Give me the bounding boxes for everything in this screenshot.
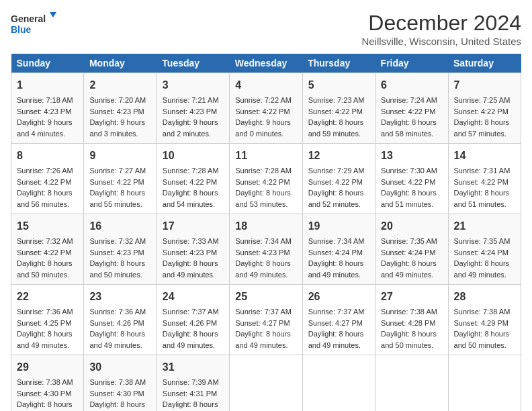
sunrise: Sunrise: 7:34 AM [235, 237, 292, 245]
day-number: 23 [89, 289, 150, 305]
header-tuesday: Tuesday [157, 54, 229, 73]
logo-svg: General Blue [11, 11, 58, 38]
svg-text:Blue: Blue [11, 24, 32, 35]
sunrise: Sunrise: 7:37 AM [235, 308, 292, 316]
table-row: 19 Sunrise: 7:34 AM Sunset: 4:24 PM Dayl… [302, 214, 375, 285]
sunrise: Sunrise: 7:39 AM [163, 378, 219, 386]
sunrise: Sunrise: 7:32 AM [89, 237, 146, 245]
daylight: Daylight: 8 hours and 49 minutes. [163, 330, 218, 349]
day-number: 9 [89, 148, 150, 164]
sunrise: Sunrise: 7:26 AM [17, 167, 73, 175]
table-row: 23 Sunrise: 7:36 AM Sunset: 4:26 PM Dayl… [84, 285, 157, 355]
sunset: Sunset: 4:22 PM [163, 178, 217, 186]
daylight: Daylight: 8 hours and 49 minutes. [163, 259, 218, 279]
daylight: Daylight: 8 hours and 56 minutes. [17, 189, 73, 208]
table-row: 6 Sunrise: 7:24 AM Sunset: 4:22 PM Dayli… [375, 73, 448, 144]
sunrise: Sunrise: 7:21 AM [163, 96, 219, 104]
table-row: 7 Sunrise: 7:25 AM Sunset: 4:22 PM Dayli… [448, 73, 521, 144]
logo: General Blue [11, 11, 58, 38]
daylight: Daylight: 8 hours and 53 minutes. [235, 189, 291, 208]
sunset: Sunset: 4:22 PM [17, 248, 71, 257]
sunset: Sunset: 4:30 PM [17, 390, 71, 398]
svg-text:General: General [11, 13, 46, 24]
sunrise: Sunrise: 7:25 AM [454, 96, 511, 104]
sunrise: Sunrise: 7:38 AM [454, 308, 511, 316]
table-row [302, 355, 375, 412]
sunrise: Sunrise: 7:24 AM [381, 96, 437, 104]
daylight: Daylight: 8 hours and 52 minutes. [308, 189, 364, 208]
day-number: 5 [308, 77, 369, 93]
sunset: Sunset: 4:24 PM [308, 248, 363, 257]
sunset: Sunset: 4:22 PM [381, 107, 435, 116]
sunset: Sunset: 4:23 PM [17, 107, 71, 116]
table-row: 28 Sunrise: 7:38 AM Sunset: 4:29 PM Dayl… [448, 285, 521, 355]
daylight: Daylight: 8 hours and 49 minutes. [17, 330, 73, 349]
daylight: Daylight: 8 hours and 54 minutes. [163, 189, 218, 208]
sunset: Sunset: 4:27 PM [308, 319, 363, 327]
day-number: 21 [454, 218, 515, 234]
sunset: Sunset: 4:23 PM [163, 248, 217, 257]
day-number: 7 [454, 77, 515, 93]
daylight: Daylight: 8 hours and 50 minutes. [17, 259, 73, 279]
day-number: 20 [381, 218, 442, 234]
day-number: 8 [17, 148, 78, 164]
sunrise: Sunrise: 7:36 AM [89, 308, 146, 316]
sunset: Sunset: 4:22 PM [381, 178, 435, 186]
sunset: Sunset: 4:22 PM [308, 178, 363, 186]
sunset: Sunset: 4:31 PM [163, 390, 217, 398]
table-row: 24 Sunrise: 7:37 AM Sunset: 4:26 PM Dayl… [157, 285, 229, 355]
sunrise: Sunrise: 7:30 AM [381, 167, 437, 175]
daylight: Daylight: 8 hours and 49 minutes. [235, 259, 291, 279]
sunrise: Sunrise: 7:32 AM [17, 237, 73, 245]
table-row: 2 Sunrise: 7:20 AM Sunset: 4:23 PM Dayli… [84, 73, 157, 144]
table-row: 22 Sunrise: 7:36 AM Sunset: 4:25 PM Dayl… [11, 285, 84, 355]
daylight: Daylight: 8 hours and 49 minutes. [381, 259, 437, 279]
day-number: 14 [454, 148, 515, 164]
day-number: 31 [163, 359, 224, 375]
title-block: December 2024 Neillsville, Wisconsin, Un… [361, 11, 521, 47]
sunset: Sunset: 4:22 PM [454, 107, 508, 116]
day-number: 6 [381, 77, 442, 93]
daylight: Daylight: 8 hours and 50 minutes. [454, 330, 510, 349]
daylight: Daylight: 8 hours and 51 minutes. [381, 189, 437, 208]
sunset: Sunset: 4:22 PM [17, 178, 71, 186]
table-row [375, 355, 448, 412]
sunset: Sunset: 4:26 PM [163, 319, 217, 327]
day-number: 10 [163, 148, 224, 164]
sunrise: Sunrise: 7:36 AM [17, 308, 73, 316]
sunrise: Sunrise: 7:33 AM [163, 237, 219, 245]
svg-marker-2 [50, 12, 56, 17]
sunrise: Sunrise: 7:27 AM [89, 167, 146, 175]
calendar-body: 1 Sunrise: 7:18 AM Sunset: 4:23 PM Dayli… [11, 73, 521, 412]
sunrise: Sunrise: 7:18 AM [17, 96, 73, 104]
day-number: 11 [235, 148, 296, 164]
header-sunday: Sunday [11, 54, 84, 73]
main-title: December 2024 [361, 11, 521, 36]
header-thursday: Thursday [302, 54, 375, 73]
table-row: 12 Sunrise: 7:29 AM Sunset: 4:22 PM Dayl… [302, 144, 375, 214]
daylight: Daylight: 8 hours and 49 minutes. [89, 330, 145, 349]
table-row: 10 Sunrise: 7:28 AM Sunset: 4:22 PM Dayl… [157, 144, 229, 214]
sunrise: Sunrise: 7:23 AM [308, 96, 365, 104]
daylight: Daylight: 8 hours and 57 minutes. [454, 118, 510, 138]
table-row [230, 355, 302, 412]
daylight: Daylight: 8 hours and 59 minutes. [308, 118, 364, 138]
day-number: 4 [235, 77, 296, 93]
sunset: Sunset: 4:24 PM [381, 248, 435, 257]
sunset: Sunset: 4:22 PM [308, 107, 363, 116]
day-number: 27 [381, 289, 442, 305]
day-number: 17 [163, 218, 224, 234]
day-number: 3 [163, 77, 224, 93]
table-row: 25 Sunrise: 7:37 AM Sunset: 4:27 PM Dayl… [230, 285, 302, 355]
table-row: 31 Sunrise: 7:39 AM Sunset: 4:31 PM Dayl… [157, 355, 229, 412]
table-row: 8 Sunrise: 7:26 AM Sunset: 4:22 PM Dayli… [11, 144, 84, 214]
daylight: Daylight: 9 hours and 2 minutes. [163, 118, 218, 138]
sunset: Sunset: 4:22 PM [235, 107, 290, 116]
header-wednesday: Wednesday [230, 54, 302, 73]
daylight: Daylight: 8 hours and 49 minutes. [308, 259, 364, 279]
day-number: 24 [163, 289, 224, 305]
daylight: Daylight: 8 hours and 50 minutes. [381, 330, 437, 349]
sunrise: Sunrise: 7:28 AM [235, 167, 292, 175]
day-number: 12 [308, 148, 369, 164]
day-number: 2 [89, 77, 150, 93]
